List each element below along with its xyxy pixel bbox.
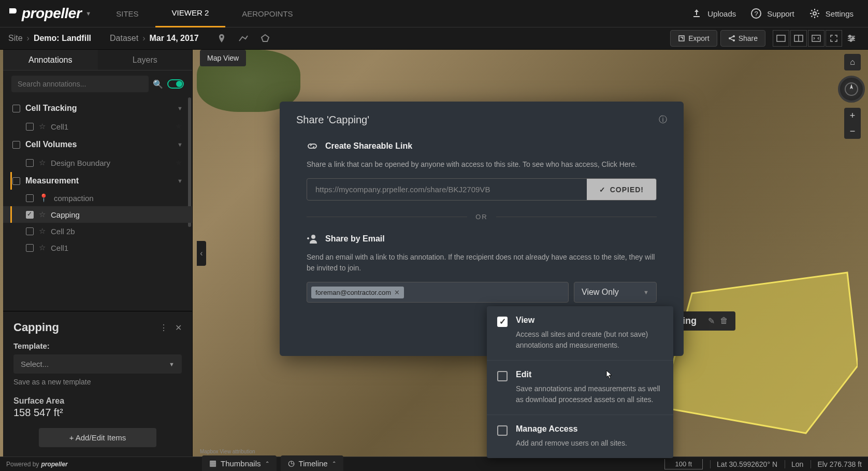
checkbox[interactable] <box>497 425 508 436</box>
support-link[interactable]: ? Support <box>750 8 794 19</box>
permission-option-edit[interactable]: Edit Save annotations and measurements a… <box>487 361 673 415</box>
share-button[interactable]: Share <box>720 30 765 47</box>
person-add-icon <box>307 233 318 245</box>
svg-point-17 <box>311 235 315 239</box>
link-section-title: Create Shareable Link <box>325 141 412 151</box>
nav-tab-aeropoints[interactable]: AEROPOINTS <box>225 0 309 27</box>
polygon-tool-icon[interactable] <box>257 30 273 47</box>
email-section-desc: Send an email with a link to this annota… <box>307 252 657 274</box>
check-icon: ✓ <box>599 185 606 194</box>
email-section-title: Share by Email <box>325 234 385 244</box>
svg-point-5 <box>733 39 735 41</box>
permission-option-manage[interactable]: Manage Access Add and remove users on al… <box>487 415 673 458</box>
checkbox[interactable] <box>497 317 508 327</box>
bottom-bar: Powered by propeller ▦ Thumbnails ⌃ ◷ Ti… <box>0 456 868 471</box>
chevron-up-icon: ⌃ <box>332 461 336 466</box>
upload-icon <box>691 8 702 19</box>
propeller-logo-icon <box>8 7 18 20</box>
info-icon[interactable]: ⓘ <box>659 115 667 125</box>
gear-icon <box>809 8 820 19</box>
breadcrumb: Site › Demo: Landfill Dataset › Mar 14, … <box>8 34 199 43</box>
marker-tool-icon[interactable] <box>213 30 230 47</box>
chevron-up-icon: ⌃ <box>265 461 269 466</box>
share-link-input[interactable] <box>307 179 587 200</box>
permission-dropdown: View Access all sites and create (but no… <box>487 306 673 458</box>
settings-link[interactable]: Settings <box>809 8 853 19</box>
checkbox[interactable] <box>497 371 508 381</box>
copied-button[interactable]: ✓ COPIED! <box>587 179 656 200</box>
help-icon: ? <box>750 8 762 19</box>
share-icon <box>728 35 735 42</box>
svg-text:?: ? <box>755 10 758 18</box>
email-input[interactable]: foreman@contractor.com ✕ <box>307 282 569 303</box>
lat-value: 30.5992620° N <box>729 460 777 468</box>
permission-select[interactable]: View Only ▼ <box>574 282 657 303</box>
logo[interactable]: propeller ▼ <box>0 5 99 22</box>
svg-point-14 <box>852 37 854 39</box>
settings-panel-icon[interactable] <box>843 30 860 47</box>
chevron-down-icon: ▼ <box>643 289 649 295</box>
nav-tab-viewer[interactable]: VIEWER 2 <box>155 0 226 27</box>
link-icon <box>307 140 318 152</box>
logo-text: propeller <box>22 5 81 22</box>
view-single-icon[interactable] <box>773 30 789 47</box>
nav-tab-sites[interactable]: SITES <box>99 0 155 27</box>
view-compare-icon[interactable] <box>808 30 824 47</box>
modal-title: Share 'Capping' <box>296 114 369 126</box>
svg-point-4 <box>733 35 735 37</box>
permission-option-view[interactable]: View Access all sites and create (but no… <box>487 306 673 361</box>
svg-point-13 <box>849 35 851 37</box>
thumbnails-icon: ▦ <box>209 459 216 468</box>
svg-point-2 <box>813 12 816 15</box>
breadcrumb-dataset-value[interactable]: Mar 14, 2017 <box>149 34 198 43</box>
scale-indicator: 100 ft <box>664 459 703 469</box>
timeline-tab[interactable]: ◷ Timeline ⌃ <box>281 455 343 471</box>
modal-backdrop: Share 'Capping' ⓘ Create Shareable Link … <box>0 50 868 456</box>
svg-rect-9 <box>812 35 820 41</box>
breadcrumb-site-label: Site <box>8 34 23 43</box>
svg-rect-6 <box>777 35 785 41</box>
link-section-desc: Share a link that can be opened by anyon… <box>307 159 657 170</box>
breadcrumb-dataset-label: Dataset <box>110 34 138 43</box>
email-chip: foreman@contractor.com ✕ <box>311 287 404 298</box>
export-button[interactable]: Export <box>670 30 717 47</box>
chevron-down-icon: ▼ <box>85 10 91 17</box>
sub-bar: Site › Demo: Landfill Dataset › Mar 14, … <box>0 27 868 50</box>
svg-point-15 <box>850 39 852 41</box>
export-icon <box>678 35 685 42</box>
remove-chip-icon[interactable]: ✕ <box>394 289 400 296</box>
powered-by: Powered by propeller <box>6 461 68 468</box>
elv-value: 276.738 ft <box>830 460 862 468</box>
uploads-link[interactable]: Uploads <box>691 8 736 19</box>
line-tool-icon[interactable] <box>235 30 252 47</box>
top-nav: propeller ▼ SITES VIEWER 2 AEROPOINTS Up… <box>0 0 868 27</box>
fullscreen-icon[interactable] <box>826 30 842 47</box>
view-split-icon[interactable] <box>790 30 807 47</box>
or-divider: OR <box>475 213 488 221</box>
breadcrumb-site-value[interactable]: Demo: Landfill <box>34 34 91 43</box>
cursor-icon <box>606 370 613 379</box>
thumbnails-tab[interactable]: ▦ Thumbnails ⌃ <box>202 455 277 471</box>
clock-icon: ◷ <box>288 459 295 468</box>
